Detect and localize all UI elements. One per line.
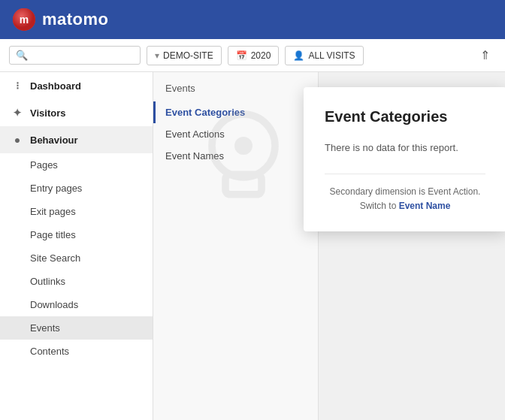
popup-card: Event Categories There is no data for th…	[304, 87, 505, 231]
submenu-event-categories[interactable]: Event Categories	[153, 101, 318, 123]
sidebar-sub-pages[interactable]: Pages	[0, 153, 153, 177]
sidebar-sub-exit-pages[interactable]: Exit pages	[0, 200, 153, 223]
submenu-event-actions[interactable]: Event Actions	[153, 123, 318, 145]
search-box[interactable]: 🔍	[9, 46, 141, 65]
content-area: Events Event Categories Event Actions Ev…	[153, 72, 505, 420]
popup-divider	[325, 174, 485, 174]
header: m matomo	[0, 0, 505, 39]
sidebar-item-visitors[interactable]: ✦ Visitors	[0, 99, 153, 126]
popup-footer-link[interactable]: Event Name	[399, 201, 451, 211]
logo-text: matomo	[42, 10, 109, 29]
search-input[interactable]	[31, 50, 134, 61]
sidebar-label-behaviour: Behaviour	[30, 134, 78, 146]
svg-text:m: m	[20, 14, 29, 26]
matomo-logo-icon: m	[12, 8, 36, 32]
sidebar-label-dashboard: Dashboard	[30, 80, 81, 92]
sidebar-sub-outlinks[interactable]: Outlinks	[0, 270, 153, 293]
sidebar-sub-entry-pages[interactable]: Entry pages	[0, 177, 153, 200]
logo: m matomo	[12, 8, 109, 32]
submenu-panel: Events Event Categories Event Actions Ev…	[153, 72, 319, 420]
sidebar-sub-page-titles[interactable]: Page titles	[0, 223, 153, 246]
main-layout: ⁝ Dashboard ✦ Visitors ● Behaviour Pages…	[0, 72, 505, 420]
calendar-icon: 📅	[236, 50, 247, 61]
search-icon: 🔍	[16, 50, 28, 61]
sidebar: ⁝ Dashboard ✦ Visitors ● Behaviour Pages…	[0, 72, 153, 420]
segment-label: ALL VISITS	[308, 50, 355, 61]
segment-selector-button[interactable]: 👤 ALL VISITS	[285, 46, 363, 65]
submenu-event-names[interactable]: Event Names	[153, 145, 318, 167]
popup-footer-prefix: Secondary dimension is Event Action.	[330, 186, 481, 197]
toolbar: 🔍 ▾ DEMO-SITE 📅 2020 👤 ALL VISITS ⇑	[0, 39, 505, 72]
sidebar-item-dashboard[interactable]: ⁝ Dashboard	[0, 72, 153, 99]
grid-icon: ⁝	[11, 80, 24, 92]
popup-title: Event Categories	[325, 108, 485, 125]
sidebar-item-behaviour[interactable]: ● Behaviour	[0, 126, 153, 153]
site-arrow-icon: ▾	[155, 50, 159, 61]
sidebar-sub-site-search[interactable]: Site Search	[0, 246, 153, 270]
site-selector-button[interactable]: ▾ DEMO-SITE	[147, 46, 222, 65]
people-icon: 👤	[293, 50, 304, 61]
behaviour-icon: ●	[11, 134, 24, 146]
sidebar-sub-downloads[interactable]: Downloads	[0, 293, 153, 316]
expand-button[interactable]: ⇑	[474, 45, 496, 65]
popup-no-data: There is no data for this report.	[325, 141, 485, 156]
submenu-title: Events	[153, 83, 318, 101]
popup-footer: Secondary dimension is Event Action. Swi…	[325, 185, 485, 213]
site-selector-label: DEMO-SITE	[163, 50, 213, 61]
sidebar-sub-events[interactable]: Events	[0, 316, 153, 340]
year-selector-button[interactable]: 📅 2020	[228, 46, 280, 65]
popup-footer-switch: Switch to	[360, 201, 397, 211]
visitors-icon: ✦	[11, 107, 24, 119]
sidebar-sub-contents[interactable]: Contents	[0, 340, 153, 363]
sidebar-label-visitors: Visitors	[30, 107, 65, 119]
year-label: 2020	[251, 50, 271, 61]
